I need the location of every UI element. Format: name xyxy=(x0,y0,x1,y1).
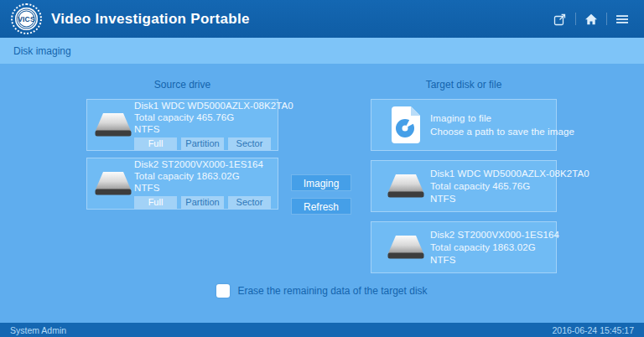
breadcrumb: Disk imaging xyxy=(13,45,71,57)
vics-logo-badge: VICS xyxy=(15,8,38,30)
hard-drive-icon xyxy=(382,235,430,261)
disk-filesystem: NTFS xyxy=(134,182,271,194)
vics-logo-text: VICS xyxy=(18,15,35,23)
target-disk-2-info: Disk2 ST2000VX000-1ES164 Total capacity … xyxy=(430,229,549,267)
status-bar: System Admin 2016-06-24 15:45:17 xyxy=(0,323,644,337)
source-drive-section: Source drive Disk1 WDC WD5000AZLX-08K2TA… xyxy=(86,79,278,216)
menu-icon[interactable] xyxy=(607,8,637,31)
imaging-button[interactable]: Imaging xyxy=(291,174,351,191)
erase-checkbox[interactable] xyxy=(216,284,230,298)
mode-sector-button[interactable]: Sector xyxy=(228,196,271,209)
refresh-button[interactable]: Refresh xyxy=(291,198,351,215)
target-disk-card-1[interactable]: Disk1 WDC WD5000AZLX-08K2TA0 Total capac… xyxy=(371,160,557,212)
target-section: Target disk or file Imaging to file Choo… xyxy=(371,79,557,283)
export-icon[interactable] xyxy=(545,8,575,31)
target-disk-1-info: Disk1 WDC WD5000AZLX-08K2TA0 Total capac… xyxy=(430,168,549,205)
target-disk-card-2[interactable]: Disk2 ST2000VX000-1ES164 Total capacity … xyxy=(371,221,557,273)
header-icon-group xyxy=(545,8,637,31)
source-disk-2-info: Disk2 ST2000VX000-1ES164 Total capacity … xyxy=(134,158,271,209)
imaging-to-file-subtitle: Choose a path to save the image xyxy=(430,125,549,138)
mode-partition-button[interactable]: Partition xyxy=(181,196,224,209)
title-bar: VICS Video Investigation Portable xyxy=(0,0,644,38)
imaging-to-file-title: Imaging to file xyxy=(430,111,549,125)
disk-name: Disk1 WDC WD5000AZLX-08K2TA0 xyxy=(430,168,549,180)
source-disk-1-info: Disk1 WDC WD5000AZLX-08K2TA0 Total capac… xyxy=(134,100,271,150)
mode-sector-button[interactable]: Sector xyxy=(228,137,271,150)
action-button-group: Imaging Refresh xyxy=(291,174,351,215)
image-file-icon xyxy=(382,106,430,144)
vics-logo: VICS xyxy=(11,3,42,34)
source-disk-card-1[interactable]: Disk1 WDC WD5000AZLX-08K2TA0 Total capac… xyxy=(86,99,278,151)
disk-name: Disk2 ST2000VX000-1ES164 xyxy=(430,229,549,241)
disk-filesystem: NTFS xyxy=(134,123,271,135)
breadcrumb-bar: Disk imaging xyxy=(0,38,644,64)
imaging-to-file-info: Imaging to file Choose a path to save th… xyxy=(430,111,549,138)
app-window: VICS Video Investigation Portable xyxy=(0,0,644,337)
mode-partition-button[interactable]: Partition xyxy=(181,137,224,150)
disk-capacity: Total capacity 465.76G xyxy=(134,111,271,123)
target-section-title: Target disk or file xyxy=(371,79,557,90)
disk-capacity: Total capacity 465.76G xyxy=(430,180,549,193)
hard-drive-icon xyxy=(92,171,134,197)
mode-full-button[interactable]: Full xyxy=(134,137,177,150)
erase-option-row: Erase the remaining data of the target d… xyxy=(0,284,644,298)
imaging-mode-group: Full Partition Sector xyxy=(134,196,271,209)
disk-capacity: Total capacity 1863.02G xyxy=(430,241,549,254)
mode-full-button[interactable]: Full xyxy=(134,196,177,209)
disk-capacity: Total capacity 1863.02G xyxy=(134,170,271,182)
hard-drive-icon xyxy=(92,112,134,138)
hard-drive-icon xyxy=(382,174,430,200)
source-section-title: Source drive xyxy=(86,79,278,90)
erase-checkbox-label: Erase the remaining data of the target d… xyxy=(237,285,427,297)
system-clock: 2016-06-24 15:45:17 xyxy=(553,325,635,335)
source-disk-card-2[interactable]: Disk2 ST2000VX000-1ES164 Total capacity … xyxy=(86,158,278,210)
disk-name: Disk1 WDC WD5000AZLX-08K2TA0 xyxy=(134,100,271,111)
home-icon[interactable] xyxy=(576,8,606,31)
imaging-to-file-card[interactable]: Imaging to file Choose a path to save th… xyxy=(371,99,557,151)
disk-name: Disk2 ST2000VX000-1ES164 xyxy=(134,158,271,170)
disk-filesystem: NTFS xyxy=(430,254,549,267)
current-user: System Admin xyxy=(10,325,66,335)
app-title: Video Investigation Portable xyxy=(51,11,250,28)
disk-filesystem: NTFS xyxy=(430,193,549,205)
imaging-mode-group: Full Partition Sector xyxy=(134,137,271,150)
